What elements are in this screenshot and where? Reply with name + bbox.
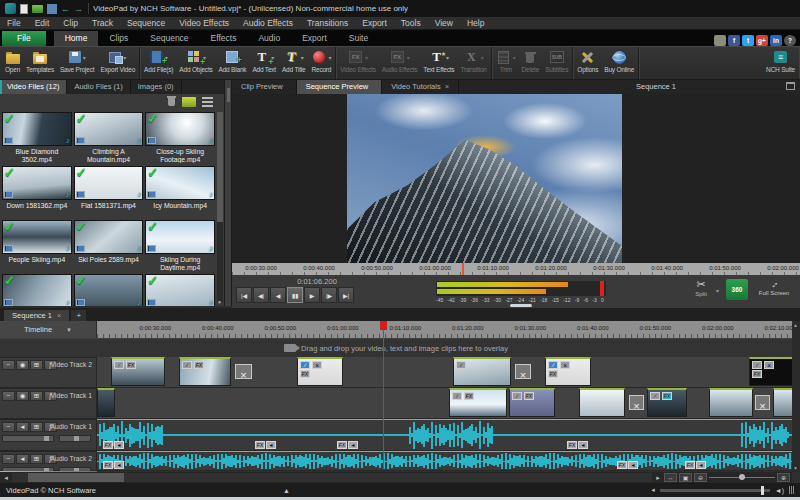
undo-icon[interactable]: ← (61, 4, 70, 14)
track-button[interactable]: − (2, 454, 15, 464)
zoom-out-icon[interactable]: ⊖ (694, 473, 707, 482)
track-content[interactable]: FX ◄ FX ◄ FX (97, 451, 792, 471)
like-icon[interactable] (714, 35, 726, 46)
menu-item[interactable]: Help (460, 17, 491, 30)
pan-slider[interactable] (59, 435, 91, 442)
menu-item[interactable]: Clip (56, 17, 85, 30)
media-thumbnail[interactable]: ✓ ♪ (2, 112, 72, 146)
media-thumbnail[interactable]: ✓ ♪ (145, 274, 215, 306)
clip-fx-icon[interactable]: FX (685, 461, 695, 469)
googleplus-icon[interactable]: g+ (756, 35, 768, 46)
menu-item[interactable]: Audio Effects (236, 17, 300, 30)
playhead[interactable] (383, 321, 384, 469)
tab-clips[interactable]: Clips (98, 31, 139, 46)
scrollbar-thumb[interactable] (28, 473, 124, 482)
zoom-in-icon[interactable]: ⊕ (777, 473, 790, 482)
media-item[interactable]: ✓ ♪ (74, 274, 144, 306)
clip-speaker-icon[interactable]: ◄ (114, 441, 124, 449)
track-button[interactable]: ◄ (16, 454, 29, 464)
timeline-vertical-scrollbar[interactable]: ▲ ▼ (792, 321, 800, 472)
clip-speaker-icon[interactable]: ◄ (696, 461, 706, 469)
save-project-button[interactable]: Save Project (57, 47, 97, 79)
trim-button[interactable]: Trim (493, 47, 519, 79)
media-thumbnail[interactable]: ✓ ♪ (145, 220, 215, 254)
zoom-selection-icon[interactable]: ▣ (679, 473, 692, 482)
track-button[interactable]: − (2, 391, 15, 401)
media-thumbnail[interactable]: ✓ ♪ (2, 166, 72, 200)
play-button[interactable]: ▶ (304, 287, 320, 303)
split-dropdown[interactable]: ▾ (716, 278, 723, 302)
menu-item[interactable]: Edit (28, 17, 57, 30)
clip-fx-icon[interactable]: FX (103, 461, 113, 469)
delete-button[interactable]: Delete (519, 47, 543, 79)
close-tab-icon[interactable]: × (445, 82, 449, 91)
menu-item[interactable]: Sequence (120, 17, 172, 30)
timeline-ruler[interactable]: Timeline▼ 0:00:30.0000:00:40.0000:00:50.… (0, 321, 792, 338)
clip-fx-icon[interactable]: FX (617, 461, 627, 469)
media-thumbnail[interactable]: ✓ ♪ (74, 274, 144, 306)
redo-icon[interactable]: → (74, 4, 83, 14)
preview-seek-bar[interactable]: 0:00:30.0000:00:40.0000:00:50.0000:01:00… (232, 263, 800, 275)
track-content[interactable] (97, 357, 792, 388)
open-project-icon[interactable] (32, 5, 43, 13)
sequence-tab[interactable]: Sequence 1× (4, 310, 69, 321)
video-effects-button[interactable]: Video Effects (337, 47, 378, 79)
media-item[interactable]: ✓ ♪ Ski Poles 2589.mp4 (74, 220, 144, 272)
twitter-icon[interactable]: t (742, 35, 754, 46)
media-item[interactable]: ✓ ♪ Close-up Skiing Footage.mp4 (145, 112, 215, 164)
panel-divider[interactable] (225, 80, 232, 306)
tab-suite[interactable]: Suite (338, 31, 379, 46)
audio-effects-button[interactable]: Audio Effects (379, 47, 421, 79)
zoom-slider[interactable] (709, 473, 775, 482)
status-slider[interactable] (660, 489, 770, 492)
media-item[interactable]: ✓ ♪ Down 1581362.mp4 (2, 166, 72, 218)
go-to-end-button[interactable]: ▶| (338, 287, 354, 303)
media-thumbnail[interactable]: ✓ ♪ (2, 220, 72, 254)
overlay-drop-zone[interactable]: Drag and drop your video, text and image… (0, 338, 792, 357)
tab-clip-preview[interactable]: Clip Preview (232, 80, 297, 94)
split-button[interactable]: ✂ Split (689, 278, 713, 302)
track-button[interactable]: ⊞ (30, 360, 43, 370)
media-item[interactable]: ✓ ♪ (145, 274, 215, 306)
track-button[interactable]: − (2, 360, 15, 370)
tab-sequence[interactable]: Sequence (139, 31, 199, 46)
track-button[interactable]: ◉ (16, 391, 29, 401)
pause-button[interactable]: ▮▮ (287, 287, 303, 303)
zoom-fit-icon[interactable]: ↔ (664, 473, 677, 482)
templates-button[interactable]: Templates (23, 47, 57, 79)
linkedin-icon[interactable]: in (770, 35, 782, 46)
track-button[interactable]: − (2, 422, 15, 432)
save-project-icon[interactable] (47, 4, 57, 14)
tab-file[interactable]: File (2, 31, 46, 46)
track-content[interactable]: FX ◄ FX ◄ FX (97, 419, 792, 451)
go-to-start-button[interactable]: |◀ (236, 287, 252, 303)
clip-speaker-icon[interactable]: ◄ (266, 441, 276, 449)
track-button[interactable]: ◉ (16, 360, 29, 370)
next-frame-button[interactable]: |▶ (321, 287, 337, 303)
media-thumbnail[interactable]: ✓ ♪ (74, 220, 144, 254)
nch-suite-button[interactable]: NCH Suite (763, 47, 798, 79)
media-item[interactable]: ✓ ♪ Skiing During Daytime.mp4 (145, 220, 215, 272)
text-effects-button[interactable]: Text Effects (420, 47, 457, 79)
clip-speaker-icon[interactable]: ◄ (348, 441, 358, 449)
menu-item[interactable]: Export (355, 17, 394, 30)
clip-fx-icon[interactable]: FX (103, 441, 113, 449)
media-scrollbar[interactable]: ▼ (217, 112, 223, 302)
media-item[interactable]: ✓ ♪ People Skiing.mp4 (2, 220, 72, 272)
tab-video-tutorials[interactable]: Video Tutorials× (382, 80, 459, 94)
export-video-button[interactable]: Export Video (97, 47, 138, 79)
mode-360-button[interactable]: 360 (726, 279, 748, 300)
timeline-mode-dropdown[interactable]: Timeline▼ (0, 321, 97, 338)
close-sequence-icon[interactable]: × (57, 311, 61, 320)
media-item[interactable]: ✓ ♪ Blue Diamond 3502.mp4 (2, 112, 72, 164)
menu-item[interactable]: Track (85, 17, 120, 30)
clip-speaker-icon[interactable]: ◄ (578, 441, 588, 449)
clip-speaker-icon[interactable]: ◄ (628, 461, 638, 469)
track-button[interactable]: ⊞ (30, 422, 43, 432)
track-button[interactable]: ⊞ (30, 454, 43, 464)
tab-audio-files[interactable]: Audio Files (1) (67, 80, 130, 94)
menu-item[interactable]: View (428, 17, 460, 30)
track-button[interactable]: ⊞ (30, 391, 43, 401)
full-screen-button[interactable]: ↔ Full Screen (751, 278, 797, 302)
track-button[interactable]: ◄ (16, 422, 29, 432)
